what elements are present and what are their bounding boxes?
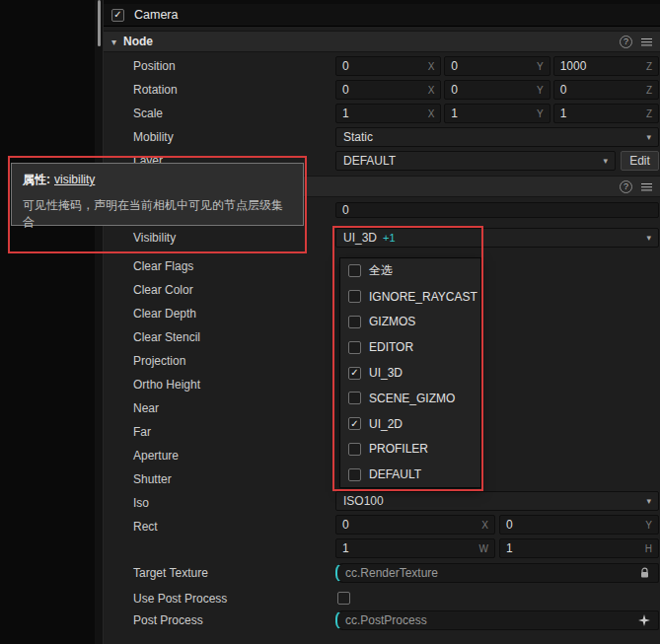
number-field[interactable]: 1 W — [335, 538, 495, 558]
property-label: Clear Color — [133, 283, 193, 297]
checkbox[interactable]: ✓ — [348, 264, 361, 277]
field-value: 1 — [451, 107, 458, 120]
camera-enabled-checkbox[interactable]: ✓ — [111, 9, 124, 22]
checkbox[interactable]: ✓ — [348, 392, 361, 404]
checkbox[interactable]: ✓ — [348, 367, 361, 380]
vector-fields: 0 X 0 Y 1000 Z — [335, 56, 659, 76]
axis-badge: X — [428, 85, 435, 96]
vector-fields: 1 X 1 Y 1 Z — [335, 104, 659, 123]
property-label: Clear Depth — [133, 307, 196, 321]
dropdown-item[interactable]: ✓ GIZMOS — [340, 310, 480, 335]
dropdown-item-label: EDITOR — [369, 340, 413, 354]
checkbox[interactable]: ✓ — [348, 290, 361, 303]
edit-layer-button[interactable]: Edit — [621, 151, 659, 171]
mobility-select[interactable]: Static ▾ — [335, 127, 659, 147]
dropdown-item-label: IGNORE_RAYCAST — [369, 290, 477, 304]
property-row: Clear Depth — [133, 302, 200, 325]
select-value: DEFAULT — [343, 154, 396, 168]
select-value: ISO100 — [343, 494, 384, 508]
target-texture-field[interactable]: cc.RenderTexture — [335, 563, 659, 583]
node-section-header[interactable]: ▾ Node ? — [104, 31, 660, 52]
menu-icon[interactable] — [641, 37, 652, 46]
dropdown-item-label: 全选 — [369, 262, 393, 279]
asset-type: cc.PostProcess — [345, 613, 427, 627]
checkbox[interactable]: ✓ — [348, 468, 361, 481]
dropdown-item[interactable]: ✓ 全选 — [340, 258, 480, 284]
vector-fields: 0 X 0 Y 0 Z — [335, 80, 659, 100]
check-icon: ✓ — [113, 10, 121, 20]
number-field[interactable]: 0 X — [335, 56, 441, 76]
visibility-dropdown-popup: ✓ 全选 ✓ IGNORE_RAYCAST ✓ GIZMOS ✓ EDITOR … — [339, 257, 481, 488]
dropdown-item-label: GIZMOS — [369, 315, 415, 328]
scrollbar-thumb[interactable] — [98, 0, 101, 46]
number-field[interactable]: 0 Y — [499, 515, 659, 535]
dropdown-item[interactable]: ✓ UI_2D — [340, 411, 480, 437]
checkbox[interactable]: ✓ — [348, 341, 361, 354]
chevron-down-icon: ▾ — [646, 233, 651, 243]
property-row: Shutter — [133, 467, 200, 491]
property-row: Projection — [133, 349, 200, 373]
property-label: Rotation — [133, 83, 178, 97]
layer-select[interactable]: DEFAULT ▾ — [335, 151, 616, 171]
property-tooltip: 属性:visibility 可见性掩码，声明在当前相机中可见的节点层级集合 — [11, 163, 304, 226]
axis-badge: W — [479, 543, 488, 554]
number-field[interactable]: 0 Z — [553, 80, 659, 100]
field-value: 0 — [451, 83, 458, 97]
help-icon[interactable]: ? — [620, 180, 632, 193]
property-label: Aperture — [133, 449, 179, 463]
property-row: Far — [133, 420, 200, 444]
number-field[interactable]: 1 X — [335, 104, 441, 123]
number-field[interactable]: 1 Y — [444, 104, 550, 123]
iso-row: ISO100 ▾ — [104, 491, 660, 511]
property-row: Clear Color — [133, 278, 200, 302]
visibility-select[interactable]: UI_3D +1 ▾ — [335, 228, 659, 248]
dropdown-item[interactable]: ✓ PROFILER — [340, 436, 480, 462]
property-row: Near — [133, 396, 200, 420]
button-label: Edit — [629, 154, 650, 168]
axis-badge: Y — [537, 85, 544, 96]
property-label: Near — [133, 401, 159, 415]
help-icon[interactable]: ? — [620, 36, 632, 48]
property-label: Target Texture — [133, 566, 208, 580]
number-field[interactable]: 0 X — [335, 515, 495, 535]
dropdown-item[interactable]: ✓ IGNORE_RAYCAST — [340, 284, 480, 310]
axis-badge: Y — [537, 108, 544, 119]
field-value: 0 — [560, 83, 567, 97]
scale-row: Scale 1 X 1 Y 1 Z — [104, 104, 660, 123]
property-label: Post Process — [133, 613, 203, 627]
dropdown-item[interactable]: ✓ SCENE_GIZMO — [340, 386, 480, 411]
post-process-field[interactable]: cc.PostProcess — [335, 610, 659, 630]
dropdown-item[interactable]: ✓ EDITOR — [340, 334, 480, 360]
rect-row-wh: 1 W 1 H — [104, 538, 660, 558]
component-title-bar: ✓ Camera — [104, 4, 660, 27]
axis-badge: Y — [645, 520, 652, 531]
dropdown-item-label: SCENE_GIZMO — [369, 392, 455, 405]
dropdown-item[interactable]: ✓ UI_3D — [340, 360, 480, 386]
checkbox[interactable]: ✓ — [348, 443, 361, 456]
use-post-process-checkbox[interactable]: ✓ — [337, 592, 350, 605]
number-field[interactable]: 1 Z — [553, 104, 659, 123]
axis-badge: X — [428, 108, 435, 119]
property-label: Mobility — [133, 130, 174, 144]
tooltip-title: 属性:visibility — [23, 172, 292, 188]
dropdown-item-label: UI_3D — [369, 366, 403, 380]
screen: ✓ Camera ▾ Node ? Position 0 X — [0, 0, 660, 644]
mobility-row: Mobility Static ▾ — [104, 127, 660, 147]
property-label: Clear Stencil — [133, 330, 200, 344]
node-title: Camera — [134, 8, 178, 22]
dropdown-item-label: PROFILER — [369, 442, 428, 456]
number-field[interactable]: 0 Y — [444, 80, 550, 100]
priority-field[interactable]: 0 — [335, 202, 659, 218]
panel-divider[interactable] — [95, 0, 104, 644]
iso-select[interactable]: ISO100 ▾ — [335, 491, 659, 511]
number-field[interactable]: 0 X — [335, 80, 441, 100]
chevron-down-icon: ▾ — [603, 156, 608, 166]
number-field[interactable]: 0 Y — [444, 56, 550, 76]
target-texture-row: Target Texture cc.RenderTexture — [104, 563, 660, 583]
checkbox[interactable]: ✓ — [348, 417, 361, 430]
menu-icon[interactable] — [641, 182, 652, 191]
number-field[interactable]: 1 H — [499, 538, 659, 558]
checkbox[interactable]: ✓ — [348, 316, 361, 328]
dropdown-item[interactable]: ✓ DEFAULT — [340, 462, 480, 487]
number-field[interactable]: 1000 Z — [553, 56, 659, 76]
